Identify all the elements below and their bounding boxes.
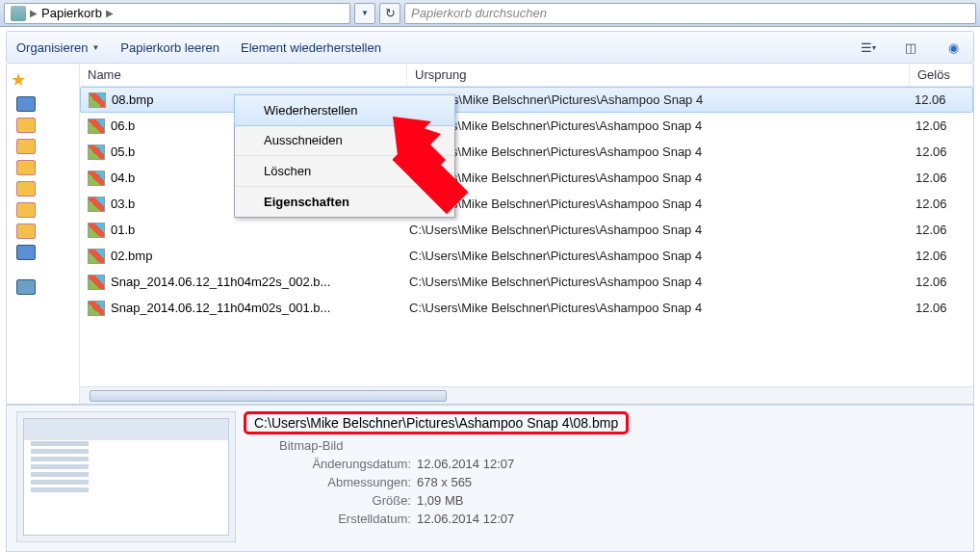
- file-deleted-date: 12.06: [916, 223, 973, 237]
- table-row[interactable]: Snap_2014.06.12_11h04m22s_002.b...C:\Use…: [80, 269, 973, 295]
- chevron-down-icon: ▼: [91, 43, 99, 52]
- file-origin: C:\Users\Mike Belschner\Pictures\Ashampo…: [409, 171, 916, 185]
- image-file-icon: [88, 118, 105, 134]
- created-value: 12.06.2014 12:07: [417, 512, 964, 526]
- file-deleted-date: 12.06: [916, 197, 973, 211]
- address-bar: ▶ Papierkorb ▶ ▼ ↻ Papierkorb durchsuche…: [0, 0, 980, 27]
- file-name: 01.b: [111, 223, 409, 237]
- help-button[interactable]: ◉: [942, 37, 964, 58]
- image-file-icon: [88, 301, 105, 316]
- file-deleted-date: 12.06: [915, 92, 972, 107]
- breadcrumb-dropdown-button[interactable]: ▼: [354, 3, 375, 24]
- modified-value: 12.06.2014 12:07: [417, 457, 964, 471]
- folder-icon[interactable]: [16, 181, 36, 197]
- breadcrumb[interactable]: ▶ Papierkorb ▶: [4, 3, 350, 24]
- navigation-pane: ★: [7, 64, 80, 404]
- details-path: C:\Users\Mike Belschner\Pictures\Ashampo…: [248, 411, 624, 434]
- chevron-right-icon: ▶: [106, 8, 114, 18]
- file-origin: C:\Users\Mike Belschner\Pictures\Ashampo…: [409, 301, 916, 315]
- context-restore[interactable]: Wiederherstellen: [234, 94, 455, 126]
- image-file-icon: [88, 275, 105, 290]
- restore-item-button[interactable]: Element wiederherstellen: [241, 40, 381, 55]
- file-origin: C:\Users\Mike Belschner\Pictures\Ashampo…: [409, 223, 916, 237]
- empty-recycle-bin-button[interactable]: Papierkorb leeren: [120, 40, 219, 55]
- view-options-button[interactable]: ☰▾: [858, 37, 879, 58]
- recycle-bin-icon: [11, 6, 26, 21]
- file-deleted-date: 12.06: [916, 275, 973, 289]
- context-cut[interactable]: Ausschneiden: [235, 125, 454, 156]
- file-deleted-date: 12.06: [916, 249, 973, 263]
- details-pane: C:\Users\Mike Belschner\Pictures\Ashampo…: [6, 405, 974, 552]
- file-deleted-date: 12.06: [916, 301, 973, 315]
- folder-icon[interactable]: [16, 245, 36, 260]
- chevron-right-icon: ▶: [30, 8, 38, 18]
- context-delete[interactable]: Löschen: [235, 156, 454, 187]
- folder-icon[interactable]: [16, 202, 36, 218]
- context-menu: Wiederherstellen Ausschneiden Löschen Ei…: [234, 94, 455, 218]
- horizontal-scrollbar[interactable]: [80, 386, 973, 404]
- table-row[interactable]: 05.bC:\Users\Mike Belschner\Pictures\Ash…: [80, 139, 973, 165]
- refresh-button[interactable]: ↻: [379, 3, 400, 24]
- details-file-type: Bitmap-Bild: [244, 438, 964, 453]
- table-row[interactable]: 03.bC:\Users\Mike Belschner\Pictures\Ash…: [80, 191, 973, 217]
- folder-icon[interactable]: [16, 223, 36, 239]
- file-list: Name Ursprung Gelös 08.bmpC:\Users\Mike …: [80, 64, 973, 404]
- file-origin: C:\Users\Mike Belschner\Pictures\Ashampo…: [409, 118, 916, 133]
- dimensions-value: 678 x 565: [417, 475, 964, 489]
- preview-thumbnail: [16, 411, 236, 542]
- column-headers: Name Ursprung Gelös: [80, 64, 973, 87]
- command-bar: Organisieren ▼ Papierkorb leeren Element…: [6, 31, 974, 64]
- table-row[interactable]: 04.bC:\Users\Mike Belschner\Pictures\Ash…: [80, 165, 973, 191]
- folder-icon[interactable]: [16, 160, 36, 175]
- image-file-icon: [88, 145, 105, 160]
- table-row[interactable]: 02.bmpC:\Users\Mike Belschner\Pictures\A…: [80, 243, 973, 269]
- modified-label: Änderungsdatum:: [263, 457, 417, 471]
- search-input[interactable]: Papierkorb durchsuchen: [404, 3, 976, 24]
- file-name: 02.bmp: [111, 249, 409, 263]
- file-deleted-date: 12.06: [916, 145, 973, 159]
- image-file-icon: [88, 223, 105, 238]
- favorites-icon[interactable]: ★: [11, 69, 26, 91]
- file-name: Snap_2014.06.12_11h04m22s_002.b...: [111, 275, 409, 289]
- breadcrumb-location: Papierkorb: [41, 6, 102, 20]
- onedrive-icon[interactable]: [16, 279, 36, 295]
- file-origin: C:\Users\Mike Belschner\Pictures\Ashampo…: [409, 275, 916, 289]
- table-row[interactable]: 01.bC:\Users\Mike Belschner\Pictures\Ash…: [80, 217, 973, 243]
- table-row[interactable]: 08.bmpC:\Users\Mike Belschner\Pictures\A…: [80, 87, 973, 113]
- folder-icon[interactable]: [16, 118, 36, 133]
- details-path-highlight: C:\Users\Mike Belschner\Pictures\Ashampo…: [244, 411, 629, 434]
- file-origin: C:\Users\Mike Belschner\Pictures\Ashampo…: [409, 145, 916, 159]
- context-properties[interactable]: Eigenschaften: [235, 187, 454, 217]
- image-file-icon: [88, 249, 105, 264]
- size-label: Größe:: [263, 493, 417, 508]
- search-placeholder: Papierkorb durchsuchen: [411, 6, 547, 20]
- created-label: Erstelldatum:: [263, 512, 417, 526]
- preview-pane-button[interactable]: ◫: [900, 37, 921, 58]
- file-name: Snap_2014.06.12_11h04m02s_001.b...: [111, 301, 409, 315]
- table-row[interactable]: Snap_2014.06.12_11h04m02s_001.b...C:\Use…: [80, 295, 973, 321]
- folder-icon[interactable]: [16, 139, 36, 154]
- table-row[interactable]: 06.bC:\Users\Mike Belschner\Pictures\Ash…: [80, 113, 973, 139]
- file-deleted-date: 12.06: [916, 171, 973, 185]
- file-origin: C:\Users\Mike Belschner\Pictures\Ashampo…: [409, 249, 916, 263]
- image-file-icon: [88, 171, 105, 186]
- organize-button[interactable]: Organisieren ▼: [16, 40, 99, 55]
- image-file-icon: [88, 197, 105, 212]
- file-origin: C:\Users\Mike Belschner\Pictures\Ashampo…: [410, 92, 915, 107]
- image-file-icon: [89, 92, 106, 108]
- column-name[interactable]: Name: [80, 64, 407, 86]
- file-origin: C:\Users\Mike Belschner\Pictures\Ashampo…: [409, 197, 916, 211]
- dimensions-label: Abmessungen:: [263, 475, 417, 489]
- size-value: 1,09 MB: [417, 493, 964, 508]
- column-origin[interactable]: Ursprung: [407, 64, 910, 86]
- file-deleted-date: 12.06: [916, 118, 973, 133]
- desktop-icon[interactable]: [16, 96, 36, 112]
- column-deleted[interactable]: Gelös: [910, 64, 973, 86]
